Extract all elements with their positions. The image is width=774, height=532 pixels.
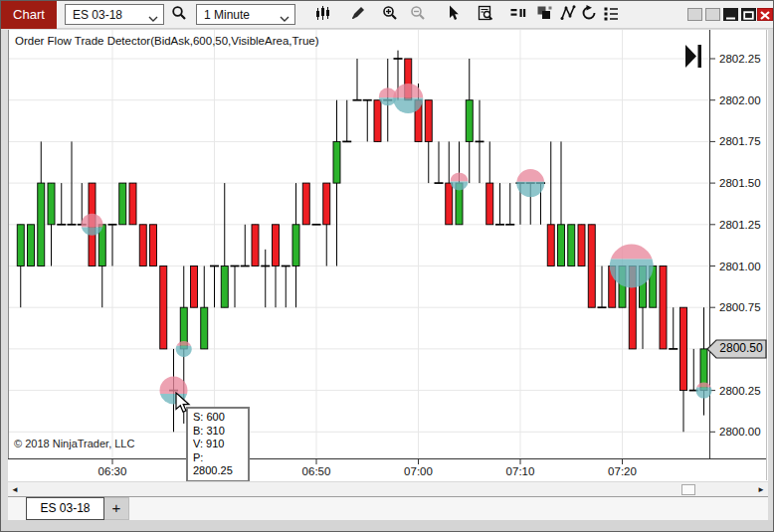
candle-body — [425, 100, 432, 142]
candle-body — [558, 225, 565, 266]
chevron-down-icon — [280, 12, 290, 26]
scroll-right-arrow[interactable]: ► — [757, 484, 765, 495]
add-tab-button[interactable]: + — [104, 497, 129, 520]
zoom-out-button[interactable] — [409, 6, 427, 24]
zoom-in-icon — [382, 5, 398, 25]
buy-bubble-segment — [176, 346, 192, 357]
price-axis-label: 2802.00 — [719, 94, 761, 106]
data-box-button[interactable] — [477, 6, 494, 24]
go-to-end-icon — [683, 57, 703, 74]
scroll-left-arrow[interactable]: ◄ — [11, 484, 19, 495]
indicator-label: Order Flow Trade Detector(BidAsk,600,50,… — [15, 35, 319, 47]
tab-es-03-18[interactable]: ES 03-18 — [26, 497, 104, 520]
data-box-icon — [478, 5, 493, 25]
cursor-icon — [445, 5, 461, 25]
price-axis-label: 2801.75 — [719, 135, 761, 147]
close-button[interactable] — [757, 8, 773, 21]
scrollbar-thumb[interactable] — [681, 484, 695, 495]
price-axis-label: 2801.25 — [719, 219, 761, 231]
chart-window: Chart ES 03-18 1 Minute — [0, 0, 774, 532]
minimize-button[interactable] — [723, 8, 738, 21]
close-icon — [760, 6, 770, 24]
maximize-icon — [743, 6, 754, 24]
tooltip-volume-line: V: 910 — [193, 438, 243, 451]
zoom-in-button[interactable] — [381, 6, 399, 24]
price-axis-label: 2801.00 — [719, 261, 761, 272]
time-axis-label: 06:50 — [302, 465, 331, 477]
candle-body — [273, 225, 280, 266]
candle-body — [302, 183, 309, 225]
chart-trader-icon — [510, 5, 526, 25]
candle-body — [486, 183, 493, 225]
chevron-down-icon — [148, 12, 158, 26]
tooltip-buy-line: B: 310 — [193, 425, 243, 439]
interval-select[interactable]: 1 Minute — [196, 4, 295, 25]
path-icon — [560, 5, 576, 25]
minimize-icon — [725, 6, 736, 24]
chart-trader-button[interactable] — [509, 6, 527, 24]
candle-body — [150, 225, 157, 266]
time-axis-label: 06:30 — [98, 465, 127, 477]
price-plot: 2802.252802.002801.752801.502801.252801.… — [8, 30, 768, 481]
price-axis-label: 2801.50 — [719, 177, 761, 189]
candle-body — [588, 225, 595, 307]
candle-body — [568, 225, 575, 266]
drawing-tools-button[interactable] — [349, 6, 367, 24]
mouse-cursor-icon — [174, 392, 191, 420]
go-to-end-button[interactable] — [683, 43, 703, 75]
time-axis-label: 07:00 — [404, 465, 433, 477]
window-extra-button-2[interactable] — [705, 8, 720, 21]
tooltip-sell-line: S: 600 — [193, 411, 243, 425]
window-bottom-frame — [1, 520, 773, 532]
candle-body — [323, 183, 330, 225]
cursor-mode-button[interactable] — [444, 6, 462, 24]
price-marker-value: 2800.50 — [717, 341, 765, 355]
candle-body — [139, 225, 146, 266]
instrument-select[interactable]: ES 03-18 — [65, 4, 164, 25]
layers-button[interactable] — [535, 6, 553, 24]
tooltip-price-line: P: 2800.25 — [193, 451, 243, 478]
candle-body — [446, 183, 453, 225]
interval-select-value: 1 Minute — [204, 8, 250, 22]
sell-bubble-segment — [176, 341, 191, 346]
chart-panel[interactable]: 2802.252802.002801.752801.502801.252801.… — [8, 30, 768, 481]
time-axis-label: 07:10 — [506, 465, 535, 477]
candle-body — [191, 266, 198, 308]
instrument-search-button[interactable] — [170, 6, 188, 24]
buy-bubble-segment — [610, 259, 654, 287]
pencil-icon — [350, 5, 366, 25]
search-icon — [171, 5, 187, 25]
maximize-button[interactable] — [741, 8, 756, 21]
toolbar: Chart ES 03-18 1 Minute — [1, 1, 773, 29]
candle-body — [129, 183, 136, 225]
candle-body — [578, 225, 585, 266]
candle-body — [160, 266, 167, 349]
candle-body — [660, 266, 667, 349]
properties-list-icon — [603, 5, 619, 25]
instrument-select-value: ES 03-18 — [73, 8, 122, 22]
chart-style-button[interactable] — [314, 6, 332, 24]
sell-bubble-segment — [611, 245, 653, 260]
order-flow-tooltip: S: 600 B: 310 V: 910 P: 2800.25 — [186, 407, 250, 482]
price-axis-label: 2802.25 — [719, 53, 761, 65]
reload-button[interactable] — [580, 6, 598, 24]
sell-bubble-segment — [696, 383, 711, 388]
copyright-text: © 2018 NinjaTrader, LLC — [14, 438, 134, 449]
properties-button[interactable] — [602, 6, 620, 24]
tab-bar: ES 03-18 + — [8, 496, 768, 520]
candle-body — [466, 100, 473, 142]
sell-bubble-segment — [82, 214, 103, 228]
layers-icon — [536, 5, 552, 25]
price-axis-label: 2800.75 — [719, 301, 761, 313]
candle-body — [17, 225, 24, 266]
candle-body — [221, 266, 228, 308]
candle-body — [252, 225, 259, 266]
window-extra-button-1[interactable] — [687, 8, 702, 21]
time-axis-label: 07:20 — [608, 465, 637, 477]
candle-body — [201, 307, 208, 349]
sell-bubble-segment — [451, 172, 469, 181]
time-scrollbar[interactable]: ◄ ► — [8, 481, 768, 496]
candle-body — [374, 100, 381, 142]
candle-body — [333, 141, 340, 183]
regression-path-button[interactable] — [559, 6, 577, 24]
